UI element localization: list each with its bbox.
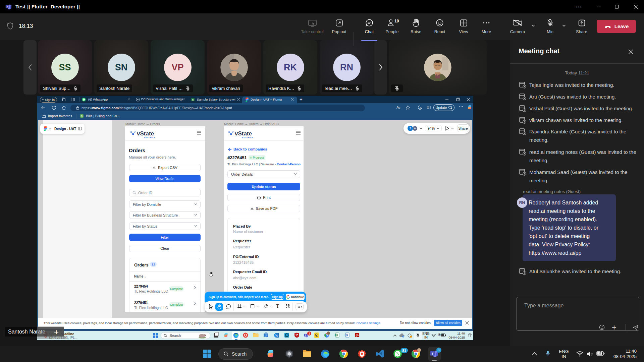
svg-text:x: x [192, 98, 194, 101]
svg-text:T: T [6, 5, 8, 8]
svg-text:B: B [81, 115, 83, 117]
svg-text:!: ! [451, 108, 451, 109]
svg-text:W: W [345, 334, 347, 336]
svg-text:O: O [274, 334, 276, 337]
svg-text:FILINGS: FILINGS [242, 136, 253, 138]
svg-text:10: 10 [394, 19, 399, 23]
svg-text:T: T [431, 352, 433, 355]
svg-text:X: X [335, 334, 337, 336]
svg-text:FILINGS: FILINGS [144, 136, 155, 138]
svg-text:T: T [305, 334, 306, 336]
svg-text:3: 3 [419, 106, 421, 109]
